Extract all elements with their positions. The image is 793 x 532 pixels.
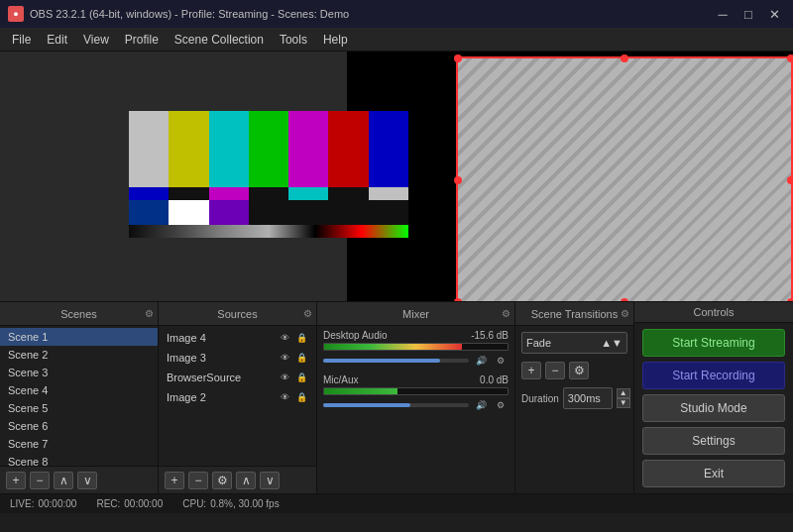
scene-item-2[interactable]: Scene 2	[0, 346, 158, 364]
source-visibility-icon-4[interactable]: 👁	[278, 390, 291, 404]
menu-item-view[interactable]: View	[75, 31, 117, 49]
desktop-audio-mute-icon[interactable]: 🔊	[473, 353, 489, 369]
scene-item-7[interactable]: Scene 7	[0, 435, 158, 453]
color-bars-pattern	[129, 111, 408, 238]
app-icon: ●	[8, 6, 24, 22]
mixer-panel: Mixer ⚙ Desktop Audio -15.6 dB 🔊 ⚙	[317, 302, 515, 493]
desktop-audio-slider-fill	[323, 359, 440, 363]
title-bar: ● OBS 23.2.1 (64-bit, windows) - Profile…	[0, 0, 793, 28]
menu-item-help[interactable]: Help	[315, 31, 356, 49]
desktop-audio-meter-fill	[324, 344, 462, 350]
duration-up-button[interactable]: ▲	[617, 388, 630, 398]
scenes-down-button[interactable]: ∨	[77, 472, 97, 489]
scenes-up-button[interactable]: ∧	[54, 472, 73, 489]
sources-options-icon[interactable]: ⚙	[303, 308, 312, 319]
mic-aux-mute-icon[interactable]: 🔊	[473, 397, 489, 413]
transition-settings-button[interactable]: ⚙	[569, 362, 589, 379]
controls-panel: Controls Start Streaming Start Recording…	[634, 302, 793, 493]
transition-type-value: Fade	[526, 337, 551, 349]
scene-item-5[interactable]: Scene 5	[0, 399, 158, 417]
transition-add-button[interactable]: +	[521, 362, 541, 379]
source-item-3[interactable]: BrowserSource👁🔒	[159, 368, 316, 387]
handle-tl[interactable]	[454, 54, 462, 62]
source-item-2[interactable]: Image 3👁🔒	[159, 348, 316, 368]
start-streaming-button[interactable]: Start Streaming	[642, 329, 785, 357]
mixer-options-icon[interactable]: ⚙	[502, 308, 510, 319]
source-lock-icon-2[interactable]: 🔒	[294, 351, 308, 365]
maximize-button[interactable]: □	[737, 4, 759, 24]
scene-item-6[interactable]: Scene 6	[0, 417, 158, 435]
transition-type-select[interactable]: Fade ▲▼	[521, 332, 627, 354]
cpu-status: CPU: 0.8%, 30.00 fps	[182, 498, 279, 509]
transitions-options-icon[interactable]: ⚙	[621, 308, 629, 319]
sources-panel: Sources ⚙ Image 4👁🔒Image 3👁🔒BrowserSourc…	[159, 302, 317, 493]
mixer-panel-header: Mixer ⚙	[317, 302, 514, 326]
menu-item-tools[interactable]: Tools	[272, 31, 315, 49]
duration-input[interactable]	[563, 387, 613, 409]
scenes-panel: Scenes ⚙ Scene 1Scene 2Scene 3Scene 4Sce…	[0, 302, 159, 493]
source-visibility-icon-1[interactable]: 👁	[278, 331, 291, 345]
scenes-add-button[interactable]: +	[6, 472, 26, 489]
handle-tm[interactable]	[621, 54, 628, 62]
sources-remove-button[interactable]: −	[188, 472, 208, 489]
sources-down-button[interactable]: ∨	[260, 472, 280, 489]
scenes-remove-button[interactable]: −	[30, 472, 50, 489]
menu-item-edit[interactable]: Edit	[39, 31, 75, 49]
desktop-audio-channel: Desktop Audio -15.6 dB 🔊 ⚙	[323, 330, 509, 369]
preview-area	[0, 52, 793, 302]
source-item-1[interactable]: Image 4👁🔒	[159, 328, 316, 348]
duration-label: Duration	[521, 393, 559, 404]
sources-up-button[interactable]: ∧	[236, 472, 256, 489]
source-visibility-icon-2[interactable]: 👁	[278, 351, 291, 365]
desktop-audio-name: Desktop Audio	[323, 330, 388, 341]
studio-mode-button[interactable]: Studio Mode	[642, 394, 785, 422]
scene-item-3[interactable]: Scene 3	[0, 364, 158, 381]
start-recording-button[interactable]: Start Recording	[642, 362, 785, 389]
source-name-1: Image 4	[167, 332, 206, 344]
mic-aux-channel: Mic/Aux 0.0 dB 🔊 ⚙	[323, 374, 509, 413]
controls-title: Controls	[694, 306, 735, 318]
desktop-audio-db: -15.6 dB	[471, 330, 509, 341]
rec-label: REC:	[96, 498, 120, 509]
sources-add-button[interactable]: +	[165, 472, 184, 489]
source-lock-icon-4[interactable]: 🔒	[294, 390, 308, 404]
exit-button[interactable]: Exit	[642, 460, 785, 487]
window-controls: ─ □ ✕	[712, 4, 785, 24]
handle-tr[interactable]	[787, 54, 793, 62]
sources-panel-header: Sources ⚙	[159, 302, 316, 326]
scene-item-1[interactable]: Scene 1	[0, 328, 158, 346]
settings-button[interactable]: Settings	[642, 427, 785, 455]
mic-aux-slider-fill	[323, 403, 410, 407]
mic-aux-label-row: Mic/Aux 0.0 dB	[323, 374, 509, 385]
duration-down-button[interactable]: ▼	[617, 398, 630, 408]
desktop-audio-slider[interactable]	[323, 359, 469, 363]
source-icons-3: 👁🔒	[278, 371, 308, 384]
source-lock-icon-3[interactable]: 🔒	[294, 371, 308, 384]
sources-settings-button[interactable]: ⚙	[212, 472, 232, 489]
menu-bar: FileEditViewProfileScene CollectionTools…	[0, 28, 793, 52]
sources-footer: + − ⚙ ∧ ∨	[159, 466, 316, 493]
handle-mr[interactable]	[787, 176, 793, 184]
close-button[interactable]: ✕	[763, 4, 785, 24]
source-visibility-icon-3[interactable]: 👁	[278, 371, 291, 384]
scenes-options-icon[interactable]: ⚙	[145, 308, 154, 319]
desktop-audio-settings-icon[interactable]: ⚙	[493, 353, 509, 369]
rec-time: 00:00:00	[124, 498, 163, 509]
cpu-label: CPU:	[182, 498, 206, 509]
menu-item-profile[interactable]: Profile	[117, 31, 167, 49]
status-bar: LIVE: 00:00:00 REC: 00:00:00 CPU: 0.8%, …	[0, 493, 793, 513]
source-lock-icon-1[interactable]: 🔒	[294, 331, 308, 345]
desktop-audio-label-row: Desktop Audio -15.6 dB	[323, 330, 509, 341]
mic-aux-slider[interactable]	[323, 403, 469, 407]
scene-item-4[interactable]: Scene 4	[0, 381, 158, 399]
source-item-4[interactable]: Image 2👁🔒	[159, 387, 316, 407]
menu-item-scene-collection[interactable]: Scene Collection	[167, 31, 272, 49]
handle-ml[interactable]	[454, 176, 462, 184]
preview-canvas	[0, 52, 793, 301]
selection-overlay[interactable]	[456, 56, 793, 302]
scene-item-8[interactable]: Scene 8	[0, 453, 158, 466]
menu-item-file[interactable]: File	[4, 31, 39, 49]
minimize-button[interactable]: ─	[712, 4, 734, 24]
transition-remove-button[interactable]: −	[545, 362, 565, 379]
mic-aux-settings-icon[interactable]: ⚙	[493, 397, 509, 413]
